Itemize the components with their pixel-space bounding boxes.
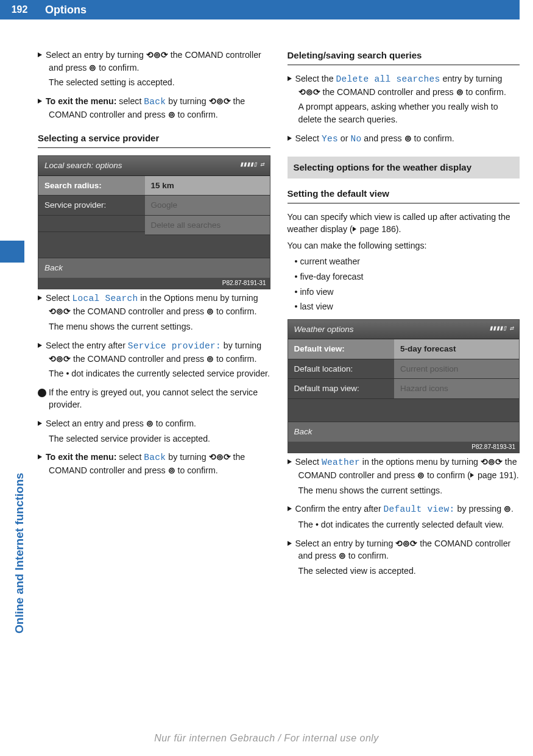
press-icon: ⊚	[404, 133, 412, 143]
info-note: iIf the entry is greyed out, you cannot …	[38, 386, 270, 411]
ui-yes: Yes	[322, 134, 338, 144]
step-result: The selected setting is accepted.	[38, 76, 270, 89]
shot-title: Local search: options	[44, 160, 122, 172]
step-select-entry: Select an entry by turning ⟲⊚⟳ the COMAN…	[38, 49, 270, 74]
rotary-icon: ⟲⊚⟳	[209, 452, 231, 462]
step-marker-icon	[38, 421, 42, 426]
step-result: The • dot indicates the currently select…	[288, 518, 520, 531]
shot-back: Back	[38, 258, 270, 278]
row-value: Current position	[394, 359, 519, 380]
list-item: five-day forecast	[295, 270, 520, 283]
row-value: Delete all searches	[145, 216, 270, 236]
press-icon: ⊚	[146, 419, 154, 428]
heading-service-provider: Selecting a service provider	[38, 132, 270, 148]
step-marker-icon	[288, 541, 292, 546]
press-icon: ⊚	[168, 465, 175, 475]
step-yes-no: Select Yes or No and press ⊚ to confirm.	[288, 132, 520, 146]
rotary-icon: ⟲⊚⟳	[298, 87, 320, 97]
row-label: Search radius:	[38, 176, 145, 196]
row-label: Default view:	[288, 339, 395, 359]
row-label: Service provider:	[38, 196, 145, 216]
ui-default-view: Default view:	[384, 504, 455, 514]
pageref-icon	[470, 473, 474, 478]
step-exit-menu: To exit the menu: select Back by turning…	[38, 95, 270, 121]
step-result: The selected view is accepted.	[288, 565, 520, 578]
ui-local-search: Local Search	[72, 294, 138, 303]
ui-service-provider: Service provider:	[128, 341, 221, 351]
step-marker-icon	[288, 459, 292, 464]
page-content: Select an entry by turning ⟲⊚⟳ the COMAN…	[0, 49, 533, 584]
press-icon: ⊚	[206, 306, 214, 316]
signal-icon: ▮▮▮▮▯ ⇄	[239, 160, 263, 172]
step-marker-icon	[38, 99, 42, 104]
step-local-search: Select Local Search in the Options menu …	[38, 292, 270, 318]
side-tab	[0, 241, 24, 263]
page-number: 192	[0, 0, 39, 19]
step-marker-icon	[38, 343, 42, 348]
ui-back: Back	[144, 97, 166, 107]
shot-back: Back	[288, 422, 520, 442]
step-exit-menu-2: To exit the menu: select Back by turning…	[38, 451, 270, 477]
row-value: Hazard icons	[394, 379, 519, 399]
heading-default-view: Setting the default view	[288, 187, 520, 203]
screenshot-weather-options: Weather options ▮▮▮▮▯ ⇄ Default view: De…	[288, 319, 520, 453]
page-title: Options	[39, 0, 520, 19]
shot-id: P82.87-8193-31	[288, 442, 520, 453]
step-select-weather: Select Weather in the options menu by tu…	[288, 456, 520, 482]
step-marker-icon	[38, 52, 42, 57]
signal-icon: ▮▮▮▮▯ ⇄	[489, 323, 513, 336]
info-icon: i	[38, 389, 46, 397]
step-marker-icon	[288, 136, 292, 141]
pageref-icon	[353, 227, 356, 231]
step-result: The selected service provider is accepte…	[38, 433, 270, 445]
press-icon: ⊚	[206, 354, 214, 364]
rotary-icon: ⟲⊚⟳	[481, 457, 503, 467]
rotary-icon: ⟲⊚⟳	[146, 50, 168, 60]
step-result: The • dot indicates the currently select…	[38, 367, 270, 380]
row-label	[38, 216, 145, 232]
press-icon: ⊚	[456, 87, 464, 97]
step-result: The menu shows the current settings.	[38, 320, 270, 333]
list-item: current weather	[295, 255, 520, 268]
list-item: info view	[295, 286, 520, 299]
step-result: A prompt appears, asking whether you rea…	[288, 101, 520, 125]
left-column: Select an entry by turning ⟲⊚⟳ the COMAN…	[38, 49, 270, 584]
page-header: 192 Options	[0, 0, 533, 19]
row-label: Default location:	[288, 359, 395, 380]
paragraph: You can make the following settings:	[288, 239, 520, 252]
watermark: Nur für internen Gebrauch / For internal…	[0, 731, 533, 745]
right-column: Deleting/saving search queries Select th…	[288, 49, 520, 584]
step-marker-icon	[38, 295, 42, 300]
list-item: last view	[295, 300, 520, 313]
rotary-icon: ⟲⊚⟳	[395, 539, 417, 548]
step-marker-icon	[288, 506, 292, 511]
step-select-view-entry: Select an entry by turning ⟲⊚⟳ the COMAN…	[288, 537, 520, 562]
press-icon: ⊚	[89, 63, 96, 72]
row-value: Google	[145, 196, 270, 216]
step-delete-searches: Select the Delete all searches entry by …	[288, 72, 520, 99]
step-marker-icon	[38, 454, 42, 459]
row-value: 15 km	[145, 176, 270, 196]
rotary-icon: ⟲⊚⟳	[49, 306, 71, 316]
step-marker-icon	[288, 76, 292, 81]
step-select-entry-2: Select an entry and press ⊚ to confirm.	[38, 417, 270, 430]
ui-no: No	[350, 134, 361, 144]
ui-delete-all-searches: Delete all searches	[336, 74, 440, 84]
settings-list: current weather five-day forecast info v…	[288, 255, 520, 313]
step-confirm-default-view: Confirm the entry after Default view: by…	[288, 503, 520, 516]
side-section-label: Online and Internet functions	[11, 473, 28, 634]
rotary-icon: ⟲⊚⟳	[49, 354, 71, 364]
rotary-icon: ⟲⊚⟳	[209, 96, 231, 106]
ui-weather: Weather	[322, 457, 360, 467]
press-icon: ⊚	[504, 504, 511, 514]
ui-back: Back	[144, 453, 166, 462]
step-service-provider: Select the entry after Service provider:…	[38, 339, 270, 366]
shot-id: P82.87-8191-31	[38, 278, 270, 289]
press-icon: ⊚	[339, 551, 346, 560]
press-icon: ⊚	[417, 470, 425, 480]
row-value: 5-day forecast	[394, 339, 519, 359]
row-label: Default map view:	[288, 379, 395, 399]
paragraph: You can specify which view is called up …	[288, 211, 520, 236]
step-result: The menu shows the current settings.	[288, 484, 520, 497]
screenshot-local-search: Local search: options ▮▮▮▮▯ ⇄ Search rad…	[38, 155, 270, 289]
